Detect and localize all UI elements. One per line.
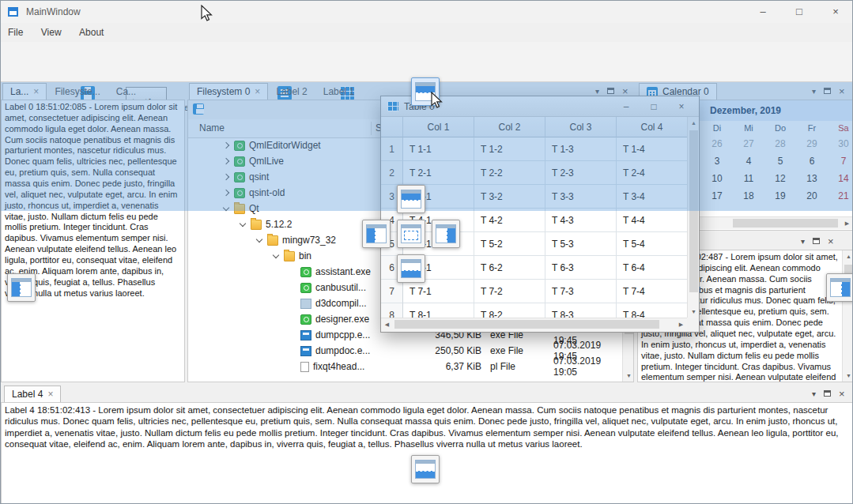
table-cell[interactable]: T 7-1	[403, 280, 474, 303]
expand-chevron-icon[interactable]	[221, 187, 232, 199]
drop-indicator-area-right[interactable]	[432, 220, 460, 248]
calendar-date[interactable]: 26	[701, 135, 733, 152]
table-cell[interactable]: T 4-4	[617, 209, 687, 232]
table-row[interactable]: 8 T 8-1 T 8-2 T 8-3 T 8-4	[381, 303, 687, 318]
table-cell[interactable]: T 7-2	[474, 280, 545, 303]
tab-label-0[interactable]: La... ×	[2, 83, 47, 100]
scrollbar-thumb[interactable]	[394, 320, 659, 329]
table-cell[interactable]: T 8-4	[617, 303, 687, 318]
scroll-up-icon[interactable]	[688, 117, 700, 129]
table-cell[interactable]: T 2-1	[403, 161, 474, 185]
expand-chevron-icon[interactable]	[287, 298, 299, 310]
calendar-date[interactable]: 10	[701, 170, 733, 187]
table-cell[interactable]: T 6-2	[474, 256, 545, 280]
calendar-date[interactable]: 19	[764, 187, 796, 205]
window-close-button[interactable]: ×	[817, 1, 853, 23]
row-header[interactable]: 2	[381, 161, 403, 185]
expand-chevron-icon[interactable]	[270, 250, 282, 262]
expand-chevron-icon[interactable]	[287, 361, 299, 373]
expand-chevron-icon[interactable]	[287, 329, 299, 341]
tab-label-1[interactable]: Label 1	[315, 83, 362, 100]
table-cell[interactable]: T 5-2	[474, 232, 545, 256]
calendar-date[interactable]: 20	[796, 187, 828, 205]
tab-filesystem-0[interactable]: Filesystem 0 ×	[189, 83, 268, 100]
table-cell[interactable]: T 8-2	[474, 303, 545, 318]
tab-filesystem-1[interactable]: Filesyste...	[47, 83, 108, 100]
scroll-left-icon[interactable]	[381, 318, 393, 330]
label5-vertical-scrollbar[interactable]	[842, 250, 853, 382]
table-cell[interactable]: T 6-4	[617, 256, 687, 280]
tab-close-icon[interactable]: ×	[255, 86, 260, 97]
calendar-date[interactable]: 7	[828, 152, 853, 170]
table-vertical-scrollbar[interactable]	[687, 117, 699, 318]
expand-chevron-icon[interactable]	[287, 314, 299, 325]
tab-calendar-1[interactable]: Ca...	[108, 83, 144, 100]
table-row[interactable]: 6 T 6-1 T 6-2 T 6-3 T 6-4	[381, 256, 687, 280]
table-row[interactable]: 1 T 1-1 T 1-2 T 1-3 T 1-4	[381, 137, 687, 161]
table-row[interactable]: 3 T 3-1 T 3-2 T 3-3 T 3-4	[381, 185, 687, 209]
expand-chevron-icon[interactable]	[221, 140, 232, 152]
table-cell[interactable]: T 3-2	[474, 185, 545, 209]
calendar-date[interactable]: 11	[733, 170, 764, 187]
drop-indicator-area-center[interactable]	[397, 220, 425, 248]
float-minimize-button[interactable]: –	[615, 101, 637, 112]
undock-icon[interactable]	[824, 88, 831, 94]
scroll-right-icon[interactable]	[841, 217, 853, 229]
table-cell[interactable]: T 7-3	[545, 280, 617, 303]
tab-label-2[interactable]: Label 2	[268, 83, 315, 100]
calendar-date[interactable]: 3	[701, 152, 733, 170]
table-row[interactable]: 4 T 4-1 T 4-2 T 4-3 T 4-4	[381, 209, 687, 232]
expand-chevron-icon[interactable]	[287, 266, 299, 278]
calendar-date[interactable]: 18	[733, 187, 764, 205]
calendar-date[interactable]: 5	[764, 152, 796, 170]
table-cell[interactable]: T 6-3	[545, 256, 617, 280]
table-row[interactable]: 2 T 2-1 T 2-2 T 2-3 T 2-4	[381, 161, 687, 185]
undock-icon[interactable]	[824, 390, 831, 397]
drop-indicator-left-edge[interactable]	[7, 273, 36, 302]
table-cell[interactable]: T 1-1	[403, 137, 474, 161]
scroll-down-icon[interactable]	[688, 306, 700, 318]
column-header[interactable]: Col 4	[617, 117, 687, 137]
calendar-date[interactable]: 21	[828, 187, 853, 205]
scroll-down-icon[interactable]	[843, 370, 853, 382]
scrollbar-thumb[interactable]	[733, 219, 838, 228]
tabs-menu-icon[interactable]: ▾	[812, 87, 816, 96]
calendar-date[interactable]: 14	[828, 170, 853, 187]
scrollbar-thumb[interactable]	[689, 130, 698, 292]
window-minimize-button[interactable]: –	[745, 1, 781, 23]
expand-chevron-icon[interactable]	[221, 156, 232, 167]
table-cell[interactable]: T 2-2	[474, 161, 545, 185]
expand-chevron-icon[interactable]	[287, 282, 299, 294]
drop-indicator-right-edge[interactable]	[826, 273, 853, 302]
table-cell[interactable]: T 1-2	[474, 137, 545, 161]
table-cell[interactable]: T 2-4	[617, 161, 687, 185]
scroll-down-icon[interactable]	[623, 370, 634, 382]
table-cell[interactable]: T 2-3	[545, 161, 617, 185]
row-header[interactable]: 1	[381, 137, 403, 161]
tab-close-icon[interactable]: ×	[47, 389, 53, 400]
calendar-date[interactable]: 27	[733, 135, 764, 152]
table-cell[interactable]: T 3-3	[545, 185, 617, 209]
window-titlebar[interactable]: MainWindow – □ ×	[1, 1, 852, 23]
table-cell[interactable]: T 5-3	[545, 232, 617, 256]
calendar-date[interactable]: 4	[733, 152, 764, 170]
undock-icon[interactable]	[813, 238, 820, 244]
drop-indicator-bottom-edge[interactable]	[411, 455, 440, 483]
drop-indicator-area-left[interactable]	[362, 220, 391, 248]
table-corner-button[interactable]	[381, 117, 403, 137]
calendar-date[interactable]: 12	[764, 170, 796, 187]
row-header[interactable]: 7	[381, 280, 403, 303]
dock-close-icon[interactable]: ×	[839, 85, 845, 97]
expand-chevron-icon[interactable]	[254, 235, 266, 246]
window-maximize-button[interactable]: □	[781, 1, 817, 23]
column-header[interactable]: Col 1	[403, 117, 474, 137]
calendar-date[interactable]: 17	[701, 187, 733, 205]
table-cell[interactable]: T 5-4	[617, 232, 687, 256]
scroll-right-icon[interactable]	[675, 318, 687, 330]
tree-row[interactable]: fixqt4head... 6,37 KiB pl File 07.03.201…	[188, 359, 622, 374]
tab-close-icon[interactable]: ×	[33, 86, 39, 97]
column-header[interactable]: Col 2	[474, 117, 545, 137]
table-horizontal-scrollbar[interactable]	[381, 318, 687, 330]
table-cell[interactable]: T 8-1	[403, 303, 474, 318]
menu-about[interactable]: About	[72, 23, 111, 42]
